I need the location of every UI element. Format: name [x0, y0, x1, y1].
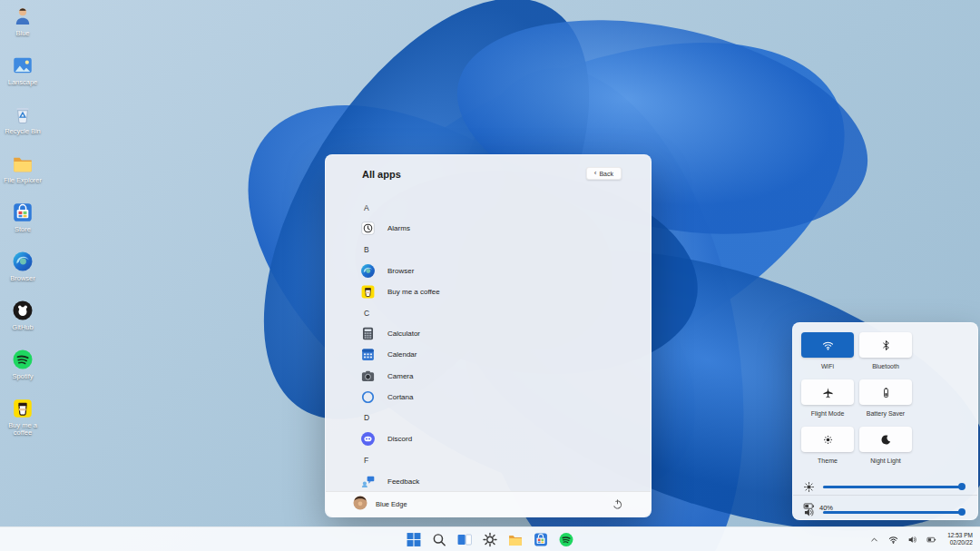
taskbar-clock[interactable]: 12:53 PM 02/20/22	[945, 530, 975, 548]
desktop-icon-store[interactable]: Store	[2, 201, 44, 250]
taskbar: 12:53 PM 02/20/22	[0, 526, 980, 551]
app-item-calendar[interactable]: Calendar	[351, 344, 640, 365]
desktop-icon-file-explorer[interactable]: File Explorer	[2, 152, 44, 201]
battery-status: 40%	[793, 495, 977, 519]
bluetooth-icon	[880, 339, 892, 351]
battery-percent: 40%	[819, 504, 833, 512]
power-button[interactable]	[611, 498, 623, 511]
app-item-discord[interactable]: Discord	[351, 428, 640, 449]
taskbar-start-button[interactable]	[403, 529, 426, 550]
desktop-icon-label: Blue	[15, 30, 29, 37]
back-button-label: Back	[599, 171, 613, 177]
brightness-slider-fill	[823, 486, 962, 488]
brightness-slider-track[interactable]	[823, 486, 965, 488]
app-item-label: Discord	[387, 435, 412, 443]
desktop-icon-browser[interactable]: Browser	[2, 250, 44, 299]
app-item-camera[interactable]: Camera	[351, 366, 640, 387]
quick-toggle-cell: Night Light	[859, 427, 912, 464]
desktop-icon-blue[interactable]: Blue	[2, 5, 44, 54]
app-section-a[interactable]: A	[351, 197, 640, 218]
quick-toggle-cell: Flight Mode	[801, 379, 854, 417]
tray-wifi-icon[interactable]	[887, 533, 900, 546]
lanscape-icon	[11, 54, 34, 77]
desktop-icon-recycle-bin[interactable]: Recycle Bin	[2, 103, 44, 152]
desktop-icon-label: Browser	[10, 275, 35, 282]
app-item-label: Alarms	[387, 224, 410, 232]
tray-volume-icon[interactable]	[906, 533, 919, 546]
brightness-slider-thumb[interactable]	[958, 483, 965, 490]
app-section-f[interactable]: F	[351, 449, 640, 470]
start-menu: All apps ‹ Back AAlarmsBBrowserBuy me a …	[325, 154, 652, 517]
wifi-toggle[interactable]	[801, 332, 854, 358]
desktop-icon-spotify[interactable]: Spotify	[2, 348, 44, 397]
bluetooth-toggle[interactable]	[859, 332, 912, 358]
flight-mode-toggle[interactable]	[801, 379, 854, 405]
tray-battery-icon[interactable]	[925, 533, 938, 546]
taskbar-store-button[interactable]	[530, 529, 553, 550]
desktop-icon-lanscape[interactable]: Lanscape	[2, 54, 44, 103]
app-item-feedback[interactable]: Feedback	[351, 470, 640, 491]
wifi-icon	[822, 339, 834, 351]
user-avatar	[353, 496, 368, 514]
quick-toggle-label: Battery Saver	[867, 410, 905, 417]
app-item-alarms[interactable]: Alarms	[351, 218, 640, 239]
cortana-icon	[359, 389, 376, 405]
clock-time: 12:53 PM	[947, 532, 973, 539]
quick-settings-panel: WiFiBluetoothFlight ModeBattery SaverThe…	[792, 322, 978, 520]
quick-toggle-cell: Battery Saver	[859, 379, 912, 417]
theme-toggle[interactable]	[801, 427, 854, 452]
taskview-icon	[457, 532, 473, 547]
user-name: Blue Edge	[376, 500, 407, 508]
plane-icon	[822, 387, 834, 398]
app-section-c[interactable]: C	[351, 302, 640, 323]
edge-icon	[359, 262, 376, 279]
coffee-icon	[359, 283, 376, 300]
desktop-icon-github[interactable]: GitHub	[2, 299, 44, 348]
github-icon	[11, 299, 34, 322]
night-light-toggle[interactable]	[859, 427, 912, 452]
start-menu-footer: Blue Edge	[326, 491, 651, 517]
app-item-browser[interactable]: Browser	[351, 261, 640, 281]
desktop-icon-column: BlueLanscapeRecycle BinFile ExplorerStor…	[2, 5, 44, 446]
camera-icon	[359, 368, 376, 384]
night-light-icon	[880, 434, 892, 446]
desktop-icon-label: Buy me a coffee	[2, 422, 44, 437]
calculator-icon	[359, 326, 376, 342]
user-profile[interactable]: Blue Edge	[353, 496, 407, 514]
battery-saver-toggle[interactable]	[859, 379, 912, 405]
taskbar-settings-button[interactable]	[479, 529, 502, 550]
quick-toggle-cell: WiFi	[801, 332, 854, 369]
taskbar-file-explorer-button[interactable]	[505, 529, 527, 550]
desktop-icon-label: Recycle Bin	[5, 128, 41, 135]
system-tray: 12:53 PM 02/20/22	[867, 527, 975, 551]
back-button[interactable]: ‹ Back	[586, 167, 622, 180]
taskbar-search-button[interactable]	[428, 529, 451, 550]
settings-icon	[483, 532, 498, 547]
all-apps-list: AAlarmsBBrowserBuy me a coffeeCCalculato…	[326, 197, 647, 491]
brightness-icon	[803, 481, 815, 493]
taskbar-task-view-button[interactable]	[454, 529, 476, 550]
edge-icon	[11, 250, 34, 273]
app-item-buy-me-a-coffee[interactable]: Buy me a coffee	[351, 281, 640, 302]
app-section-d[interactable]: D	[351, 408, 640, 428]
coffee-icon	[11, 397, 34, 420]
app-section-b[interactable]: B	[351, 239, 640, 260]
taskbar-center-icons	[403, 527, 578, 551]
tray-chevron-up-icon[interactable]	[867, 533, 881, 546]
alarms-icon	[359, 221, 376, 237]
quick-toggle-label: Flight Mode	[811, 410, 845, 417]
quick-toggle-label: Theme	[818, 458, 838, 464]
search-icon	[432, 532, 447, 547]
app-item-label: Cortana	[387, 393, 413, 401]
app-item-label: Camera	[387, 372, 413, 380]
taskbar-spotify-button[interactable]	[555, 529, 578, 550]
app-item-calculator[interactable]: Calculator	[351, 323, 640, 344]
store-icon	[11, 201, 34, 224]
battery-icon	[803, 499, 815, 516]
desktop-icon-buy-me-a-coffee[interactable]: Buy me a coffee	[2, 397, 44, 446]
quick-toggle-cell: Bluetooth	[859, 332, 912, 369]
app-item-cortana[interactable]: Cortana	[351, 387, 640, 408]
explorer-icon	[508, 532, 524, 547]
desktop-icon-label: Spotify	[13, 373, 34, 380]
start-icon	[407, 532, 422, 547]
